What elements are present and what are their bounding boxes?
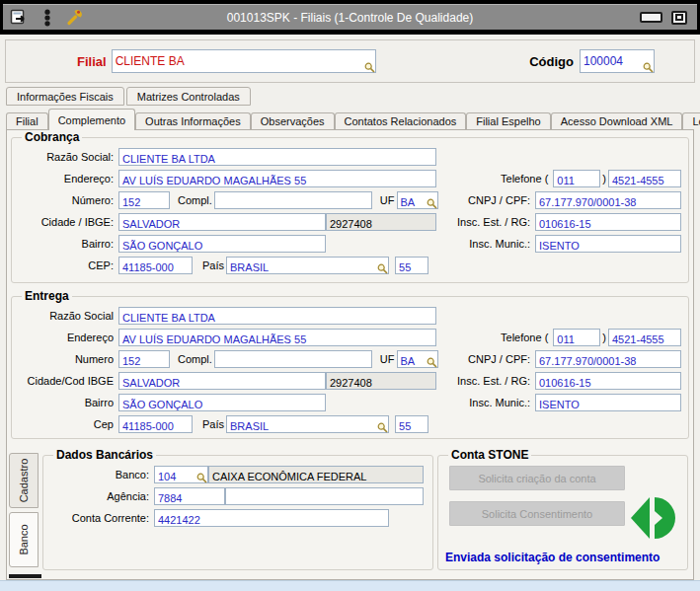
telefone-field[interactable] [608,329,681,346]
compl-field[interactable] [214,191,372,209]
uf-field[interactable] [397,350,438,368]
cidade-input[interactable] [119,216,325,232]
telefone-input[interactable] [609,173,680,188]
bairro-field[interactable] [118,235,326,253]
razao-social-input[interactable] [119,151,435,167]
razao-social-input[interactable] [119,310,435,326]
side-tab-cadastro[interactable]: Cadastro [9,453,39,508]
razao-social-field[interactable] [118,307,436,325]
magnifier-icon[interactable] [377,263,388,274]
pais-field[interactable] [226,257,389,274]
cep-field[interactable] [118,257,193,274]
cidade-field[interactable] [118,372,326,390]
magnifier-icon[interactable] [196,473,207,483]
cidade-field[interactable] [118,213,326,231]
bairro-field[interactable] [118,394,326,411]
ddd-field[interactable] [553,329,600,346]
magnifier-icon[interactable] [377,422,388,433]
filial-field[interactable] [112,49,376,73]
cep-field[interactable] [118,415,193,433]
agencia-input[interactable] [155,490,224,506]
tab-observacoes[interactable]: Observações [251,112,335,129]
endereco-input[interactable] [119,173,435,188]
tab-outras-informacoes[interactable]: Outras Informações [135,112,251,129]
side-tab-banco[interactable]: Banco [9,512,39,567]
bairro-input[interactable] [119,238,325,254]
tab-complemento[interactable]: Complemento [48,109,135,130]
restore-icon[interactable] [671,11,687,25]
insc-mun-input[interactable] [536,397,680,412]
cnpj-input[interactable] [536,194,680,210]
magnifier-icon[interactable] [427,198,437,209]
cnpj-field[interactable] [535,350,681,368]
cep-input[interactable] [119,418,192,434]
banco-codigo-field[interactable] [154,466,208,483]
insc-mun-input[interactable] [536,238,680,254]
bairro-input[interactable] [119,397,325,412]
insc-est-field[interactable] [535,213,681,231]
solicita-criacao-button[interactable]: Solicita criação da conta [449,466,625,490]
magnifier-icon[interactable] [427,357,437,368]
tab-log[interactable]: Log [682,112,700,129]
insc-est-input[interactable] [536,375,680,391]
pais-input[interactable] [227,418,388,434]
numero-field[interactable] [118,191,170,209]
pais-cod-field[interactable] [395,257,428,274]
tab-matrizes-controladas[interactable]: Matrizes Controladas [126,87,251,106]
numero-field[interactable] [118,350,170,368]
tab-filial[interactable]: Filial [6,112,48,129]
ddd-field[interactable] [553,170,600,187]
pais-cod-input[interactable] [396,259,428,275]
compl-input[interactable] [215,194,371,210]
conta-corrente-field[interactable] [154,509,389,527]
conta-corrente-input[interactable] [155,512,388,528]
magnifier-icon[interactable] [364,62,375,73]
tab-informacoes-fiscais[interactable]: Informações Fiscais [6,87,124,106]
endereco-field[interactable] [118,170,436,187]
tab-contatos-relacionados[interactable]: Contatos Relacionados [335,112,467,129]
tab-acesso-download-xml[interactable]: Acesso Download XML [551,112,683,129]
cidade-input[interactable] [119,375,325,391]
codigo-field[interactable] [580,49,655,73]
wrench-icon[interactable] [66,9,83,26]
insc-mun-field[interactable] [535,235,681,253]
tab-filial-espelho[interactable]: Filial Espelho [466,112,550,129]
telefone-input[interactable] [609,332,680,347]
tab-content-complemento: Cobrança Razão Social: Endereço: Telefon… [6,129,694,580]
telefone-field[interactable] [608,170,681,187]
cnpj-field[interactable] [535,191,681,209]
ddd-input[interactable] [554,173,599,188]
ddd-input[interactable] [554,332,599,347]
razao-social-field[interactable] [118,148,436,166]
entrega-group: Entrega Razão Social Endereço Telefone (… [11,289,689,439]
magnifier-icon[interactable] [643,62,654,73]
minimize-icon[interactable] [640,12,662,23]
pais-cod-input[interactable] [396,418,428,434]
compl-input[interactable] [215,353,371,369]
form-row: Cep País [19,413,681,434]
numero-label: Número: [19,194,118,206]
exit-window-icon[interactable] [10,9,29,26]
compl-field[interactable] [214,350,372,368]
pais-cod-field[interactable] [395,415,428,433]
cobranca-group: Cobrança Razão Social: Endereço: Telefon… [11,130,689,283]
filial-input[interactable] [113,50,375,72]
solicita-consentimento-button[interactable]: Solicita Consentimento [449,501,625,526]
insc-mun-field[interactable] [535,394,681,411]
cnpj-input[interactable] [536,353,680,369]
agencia-compl-input[interactable] [226,490,423,506]
cep-input[interactable] [119,259,192,275]
insc-est-label: Insc. Est. / RG: [438,375,535,387]
insc-est-input[interactable] [536,216,680,232]
endereco-input[interactable] [119,332,435,347]
pais-field[interactable] [226,415,389,433]
insc-est-field[interactable] [535,372,681,390]
endereco-field[interactable] [118,329,436,346]
numero-input[interactable] [119,353,169,369]
agencia-compl-field[interactable] [225,487,424,505]
uf-field[interactable] [397,191,438,209]
traffic-light-icon[interactable] [41,9,53,27]
agencia-field[interactable] [154,487,225,505]
numero-input[interactable] [119,194,169,210]
pais-input[interactable] [227,259,388,275]
